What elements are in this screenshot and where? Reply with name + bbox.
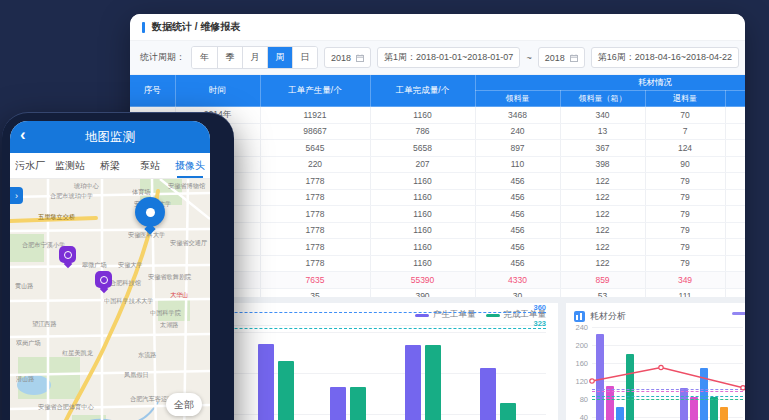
cell-value-3: 122 bbox=[560, 255, 645, 272]
y-tick-80: 80 bbox=[580, 395, 588, 404]
cell-value-4: 79 bbox=[645, 189, 725, 206]
show-all-button[interactable]: 全部 bbox=[166, 393, 202, 416]
cell-value-3: 367 bbox=[560, 140, 645, 157]
cell-value-2: 456 bbox=[475, 189, 560, 206]
cell-value-3: 122 bbox=[560, 206, 645, 223]
map-label: 大华山 bbox=[170, 291, 189, 300]
cell-value-0: 5645 bbox=[260, 140, 370, 157]
start-year-select[interactable]: 2018 bbox=[324, 47, 371, 68]
period-option-月[interactable]: 月 bbox=[242, 47, 267, 68]
map-label: 双岗广场 bbox=[16, 339, 41, 348]
camera-marker[interactable] bbox=[95, 271, 112, 288]
cell-value-1: 1160 bbox=[370, 255, 475, 272]
camera-marker[interactable] bbox=[59, 246, 76, 263]
legend-swatch-completed bbox=[486, 314, 500, 317]
reference-label-323: 323 bbox=[533, 319, 546, 328]
cell-value-4: 7 bbox=[645, 123, 725, 140]
end-year-select[interactable]: 2018 bbox=[538, 47, 585, 68]
table-header-row: 序号时间工单产生量/个工单完成量/个耗材情况 bbox=[130, 75, 745, 91]
bar-完成工单量-2 bbox=[425, 345, 441, 420]
map-label: 安徽医科大学 bbox=[128, 231, 165, 240]
table-subheader-2: 退料量 bbox=[645, 91, 725, 107]
selected-location-pin[interactable] bbox=[135, 197, 165, 227]
tab-泵站[interactable]: 泵站 bbox=[130, 153, 170, 178]
cell-value-2: 4330 bbox=[475, 272, 560, 289]
cell-value-0: 98667 bbox=[260, 123, 370, 140]
tab-污水厂[interactable]: 污水厂 bbox=[10, 153, 50, 178]
cell-value-5: 67 bbox=[725, 222, 745, 239]
cell-value-2: 240 bbox=[475, 123, 560, 140]
cell-value-2: 456 bbox=[475, 222, 560, 239]
map-label: 潜山路 bbox=[16, 375, 35, 384]
breadcrumb-accent-bar bbox=[142, 22, 145, 33]
map-view[interactable]: › 琥珀中心合肥市琥珀中学体育场安徽省博物馆安徽农业大学五里墩立交桥合肥市宁溪小… bbox=[10, 179, 210, 420]
map-expander-button[interactable]: › bbox=[10, 187, 23, 204]
phone-app-header: ‹ 地图监测 bbox=[10, 121, 210, 153]
y-tick-200: 200 bbox=[575, 341, 588, 350]
map-label: 凤凰假日 bbox=[124, 371, 149, 380]
y-tick-240: 240 bbox=[575, 323, 588, 332]
legend-label-created: 产生工单量 bbox=[433, 309, 476, 321]
tab-摄像头[interactable]: 摄像头 bbox=[170, 153, 210, 178]
phone-screen: ‹ 地图监测 污水厂监测站桥梁泵站摄像头 bbox=[10, 121, 210, 420]
period-option-季[interactable]: 季 bbox=[217, 47, 242, 68]
cell-value-1: 1160 bbox=[370, 239, 475, 256]
bar-产生工单量-0 bbox=[258, 344, 274, 420]
map-label: 合肥科技馆 bbox=[110, 279, 141, 288]
table-subheader-0: 领料量 bbox=[475, 91, 560, 107]
period-option-年[interactable]: 年 bbox=[192, 47, 217, 68]
cell-value-3: 859 bbox=[560, 272, 645, 289]
map-label: 琥珀中心 bbox=[74, 182, 99, 191]
cell-value-0: 1778 bbox=[260, 239, 370, 256]
phone-mockup: ‹ 地图监测 污水厂监测站桥梁泵站摄像头 bbox=[2, 112, 234, 420]
cell-value-4: 349 bbox=[645, 272, 725, 289]
reference-label-360: 360 bbox=[533, 303, 546, 312]
cell-value-3: 122 bbox=[560, 222, 645, 239]
period-option-日[interactable]: 日 bbox=[292, 47, 317, 68]
cell-value-0: 1778 bbox=[260, 222, 370, 239]
map-label: 太湖路 bbox=[160, 321, 179, 330]
table-header-col-created: 工单产生量/个 bbox=[260, 75, 370, 107]
cell-value-1: 1160 bbox=[370, 107, 475, 124]
map-label: 中国科学技术大学 bbox=[104, 297, 153, 306]
cell-value-4: 124 bbox=[645, 140, 725, 157]
map-label: 黄山路 bbox=[15, 282, 34, 291]
cell-value-1: 1160 bbox=[370, 173, 475, 190]
cell-value-5: 67 bbox=[725, 173, 745, 190]
map-label: 体育场 bbox=[132, 188, 151, 197]
cell-value-0: 1778 bbox=[260, 173, 370, 190]
period-segment: 年季月周日 bbox=[191, 46, 318, 69]
breadcrumb: 数据统计 / 维修报表 bbox=[130, 14, 745, 41]
cell-value-5: 250 bbox=[725, 107, 745, 124]
bar-完成工单量-3 bbox=[500, 403, 516, 420]
cell-value-3: 340 bbox=[560, 107, 645, 124]
cell-value-4: 79 bbox=[645, 255, 725, 272]
range-separator: ~ bbox=[526, 53, 531, 63]
cell-value-5: 336 bbox=[725, 272, 745, 289]
cell-value-2: 456 bbox=[475, 239, 560, 256]
cell-value-0: 1778 bbox=[260, 189, 370, 206]
cell-value-0: 1778 bbox=[260, 206, 370, 223]
period-label: 统计周期： bbox=[140, 51, 185, 64]
legend-item-created[interactable]: 产生工单量 bbox=[415, 309, 476, 321]
end-week-field[interactable]: 第16周：2018-04-16~2018-04-22 bbox=[591, 47, 739, 68]
back-icon[interactable]: ‹ bbox=[20, 125, 26, 145]
period-option-周[interactable]: 周 bbox=[267, 47, 292, 68]
tab-监测站[interactable]: 监测站 bbox=[50, 153, 90, 178]
cell-value-3: 122 bbox=[560, 173, 645, 190]
start-week-value: 第1周：2018-01-01~2018-01-07 bbox=[384, 51, 513, 64]
table-header-group-consumables: 耗材情况 bbox=[475, 75, 745, 91]
cell-value-1: 1160 bbox=[370, 222, 475, 239]
bar-产生工单量-1 bbox=[330, 387, 346, 420]
cell-value-4: 79 bbox=[645, 173, 725, 190]
tab-桥梁[interactable]: 桥梁 bbox=[90, 153, 130, 178]
cell-value-2: 456 bbox=[475, 173, 560, 190]
cell-value-5: 67 bbox=[725, 189, 745, 206]
table-header-col-time: 时间 bbox=[175, 75, 260, 107]
cell-value-1: 5658 bbox=[370, 140, 475, 157]
table-header-col-completed: 工单完成量/个 bbox=[370, 75, 475, 107]
map-label: 安徽省博物馆 bbox=[168, 182, 205, 191]
cell-value-4: 79 bbox=[645, 222, 725, 239]
start-week-field[interactable]: 第1周：2018-01-01~2018-01-07 bbox=[377, 47, 520, 68]
cell-value-1: 55390 bbox=[370, 272, 475, 289]
